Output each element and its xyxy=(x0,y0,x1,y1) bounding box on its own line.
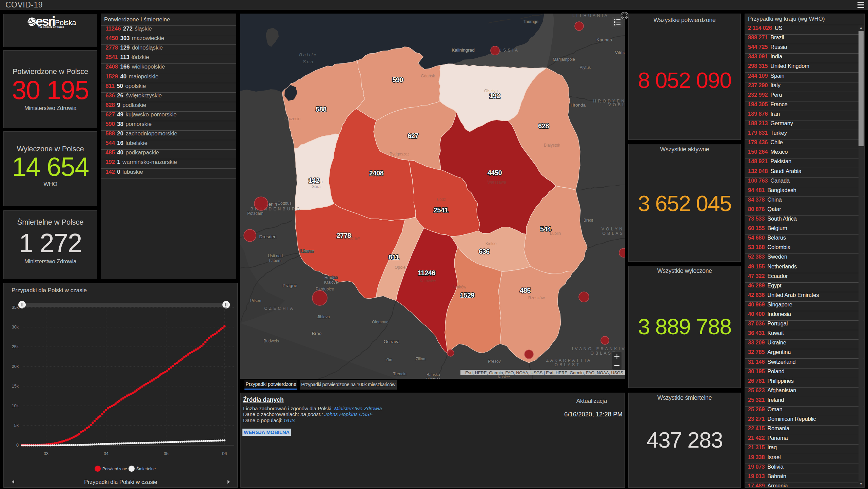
svg-text:Potsdam: Potsdam xyxy=(247,211,263,216)
svg-text:Hradec: Hradec xyxy=(324,275,338,280)
svg-text:Z A K A R P A T T I A: Z A K A R P A T T I A xyxy=(546,358,591,363)
svg-text:06: 06 xyxy=(222,451,227,456)
svg-text:485: 485 xyxy=(520,287,531,294)
svg-text:Prague: Prague xyxy=(282,283,297,288)
svg-text:636: 636 xyxy=(479,248,490,255)
svg-text:2541: 2541 xyxy=(434,206,448,214)
svg-text:Łódź: Łódź xyxy=(437,197,446,202)
svg-text:142: 142 xyxy=(309,177,319,184)
svg-text:Katowice: Katowice xyxy=(420,279,436,283)
svg-text:Przypadki dla Polski w czasie: Przypadki dla Polski w czasie xyxy=(84,479,157,485)
svg-text:25k: 25k xyxy=(12,344,19,349)
svg-text:Liberec: Liberec xyxy=(300,249,314,253)
svg-text:S e a: S e a xyxy=(303,59,313,64)
svg-text:35k: 35k xyxy=(12,305,19,310)
svg-text:628: 628 xyxy=(538,122,549,130)
svg-text:1529: 1529 xyxy=(460,291,475,299)
svg-text:B a l t i c: B a l t i c xyxy=(299,52,316,57)
svg-text:Hronda: Hronda xyxy=(571,102,586,108)
svg-text:Marijampole: Marijampole xyxy=(553,57,575,62)
svg-text:Banska: Banska xyxy=(427,372,440,377)
svg-text:811: 811 xyxy=(389,253,399,261)
svg-text:Bystrica: Bystrica xyxy=(426,377,441,379)
svg-text:4450: 4450 xyxy=(488,169,502,176)
svg-text:Przypadki dla Polski w czasie: Przypadki dla Polski w czasie xyxy=(12,287,87,294)
svg-text:Vilniu: Vilniu xyxy=(615,50,625,55)
svg-text:Taurage: Taurage xyxy=(524,19,538,24)
svg-text:Kraków: Kraków xyxy=(453,285,466,289)
svg-text:590: 590 xyxy=(392,76,403,83)
svg-text:L I T H U A N I A: L I T H U A N I A xyxy=(572,14,607,18)
svg-text:2408: 2408 xyxy=(369,169,384,177)
svg-text:V O B L A S: V O B L A S xyxy=(608,102,625,107)
svg-text:10k: 10k xyxy=(12,403,19,408)
svg-text:Białystok: Białystok xyxy=(544,143,560,148)
svg-text:20k: 20k xyxy=(12,364,19,369)
svg-text:627: 627 xyxy=(408,132,418,139)
svg-text:544: 544 xyxy=(540,225,551,233)
svg-text:C Z E C H I A: C Z E C H I A xyxy=(264,306,293,311)
svg-text:04: 04 xyxy=(104,451,108,456)
svg-text:Cottbus: Cottbus xyxy=(277,201,291,206)
svg-text:Kralove: Kralove xyxy=(324,280,338,285)
svg-text:Jihlava: Jihlava xyxy=(317,315,330,319)
svg-text:Potwierdzone: Potwierdzone xyxy=(102,467,127,471)
svg-text:Rzeszów: Rzeszów xyxy=(528,296,545,300)
svg-text:15k: 15k xyxy=(12,384,19,389)
svg-text:Budweis: Budweis xyxy=(263,339,279,343)
svg-text:Alytus: Alytus xyxy=(580,65,591,70)
svg-text:0: 0 xyxy=(16,443,19,448)
svg-text:03: 03 xyxy=(44,451,48,456)
svg-text:05: 05 xyxy=(164,451,169,456)
svg-text:Presov: Presov xyxy=(488,359,500,364)
svg-text:Brest: Brest xyxy=(584,218,593,223)
svg-text:2778: 2778 xyxy=(337,232,351,239)
svg-text:O B L A S T: O B L A S T xyxy=(602,231,625,236)
svg-text:Opole: Opole xyxy=(395,265,406,270)
svg-text:O B L A S T: O B L A S T xyxy=(590,351,615,356)
svg-text:Brno: Brno xyxy=(312,331,322,336)
svg-text:30k: 30k xyxy=(12,325,19,330)
svg-text:V O L Y N: V O L Y N xyxy=(601,227,623,231)
svg-text:Dresden: Dresden xyxy=(259,234,276,239)
svg-text:Warszawa: Warszawa xyxy=(487,180,506,185)
svg-text:192: 192 xyxy=(489,92,500,99)
svg-text:Bydgoszcz: Bydgoszcz xyxy=(390,152,409,156)
svg-text:Kaliningrad: Kaliningrad xyxy=(452,48,475,53)
svg-text:Śmiertelne: Śmiertelne xyxy=(136,466,156,471)
svg-text:Kielce: Kielce xyxy=(486,241,497,246)
svg-text:Esri, HERE, Garmin, FAO, NOAA,: Esri, HERE, Garmin, FAO, NOAA, USGS | Es… xyxy=(465,371,623,375)
svg-text:Kaunas: Kaunas xyxy=(596,37,612,42)
svg-text:Usti nad: Usti nad xyxy=(268,253,283,258)
svg-text:Trencin: Trencin xyxy=(393,372,407,376)
svg-text:I V A N O - F R A N K I V S K: I V A N O - F R A N K I V S K xyxy=(572,346,625,351)
svg-text:Olomouc: Olomouc xyxy=(372,320,388,324)
svg-text:Szczecin: Szczecin xyxy=(284,116,300,121)
svg-text:THE SCIENCE OF WHERE: THE SCIENCE OF WHERE xyxy=(38,26,64,28)
svg-text:Gdańsk: Gdańsk xyxy=(421,74,435,78)
svg-text:Labem: Labem xyxy=(269,258,282,263)
svg-text:Polska: Polska xyxy=(55,19,76,27)
svg-text:Pilsen: Pilsen xyxy=(250,298,261,303)
svg-text:588: 588 xyxy=(316,106,327,113)
svg-text:Zlin: Zlin xyxy=(386,357,392,362)
svg-text:5k: 5k xyxy=(14,423,19,428)
svg-text:Lublin: Lublin xyxy=(550,231,561,236)
svg-text:Ostrava: Ostrava xyxy=(383,339,400,344)
svg-text:Zilina: Zilina xyxy=(416,357,426,361)
svg-text:11246: 11246 xyxy=(418,269,435,277)
svg-text:O B L A S T: O B L A S T xyxy=(554,362,579,367)
svg-text:Góra: Góra xyxy=(312,184,321,189)
